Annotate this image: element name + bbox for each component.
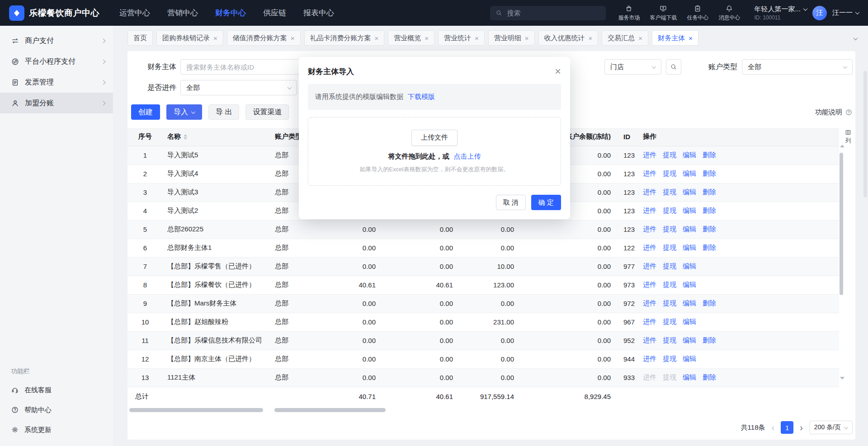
- action-link[interactable]: 提现: [663, 244, 676, 251]
- export-button[interactable]: 导 出: [208, 104, 239, 120]
- action-link[interactable]: 进件: [643, 355, 656, 362]
- action-link[interactable]: 删除: [703, 188, 716, 196]
- action-link[interactable]: 进件: [643, 299, 656, 307]
- action-link[interactable]: 删除: [703, 244, 716, 251]
- quick-link[interactable]: 服务市场: [613, 5, 645, 22]
- action-link[interactable]: 编辑: [683, 281, 696, 288]
- action-link[interactable]: 编辑: [683, 225, 696, 233]
- upload-file-button[interactable]: 上传文件: [411, 130, 458, 146]
- table-vertical-scrollbar[interactable]: [840, 153, 843, 295]
- account-type-select[interactable]: 全部: [742, 59, 853, 75]
- action-link[interactable]: 编辑: [683, 336, 696, 344]
- next-page-button[interactable]: ›: [799, 423, 804, 432]
- action-link[interactable]: 进件: [643, 188, 656, 196]
- page-size-select[interactable]: 200 条/页: [809, 421, 853, 434]
- action-link[interactable]: 编辑: [683, 318, 696, 325]
- action-link[interactable]: 提现: [663, 188, 676, 196]
- user-menu[interactable]: 汪一一: [832, 9, 859, 17]
- action-link[interactable]: 进件: [643, 225, 656, 233]
- prev-page-button[interactable]: ‹: [771, 423, 776, 432]
- action-link[interactable]: 提现: [663, 318, 676, 325]
- import-button[interactable]: 导入: [166, 104, 202, 120]
- top-menu-item[interactable]: 财务中心: [215, 8, 246, 18]
- quick-link[interactable]: 任务中心: [682, 5, 713, 22]
- action-link[interactable]: 编辑: [683, 188, 696, 196]
- action-link[interactable]: 删除: [703, 225, 716, 233]
- tabs-collapse-button[interactable]: [853, 32, 858, 44]
- table-horizontal-scrollbar-right[interactable]: [274, 408, 386, 412]
- table-scroll-up-button[interactable]: [840, 145, 844, 147]
- feature-help-link[interactable]: 功能说明: [815, 108, 853, 117]
- close-icon[interactable]: ×: [213, 35, 217, 42]
- action-link[interactable]: 删除: [703, 336, 716, 344]
- store-switcher[interactable]: 年轻人第一家... ID: 100011: [754, 5, 807, 21]
- action-link[interactable]: 删除: [703, 151, 716, 159]
- action-link[interactable]: 编辑: [683, 151, 696, 159]
- close-icon[interactable]: ×: [589, 35, 593, 42]
- sidebar-item[interactable]: 发票管理: [0, 72, 113, 93]
- action-link[interactable]: 提现: [663, 225, 676, 233]
- tab[interactable]: 收入优惠统计×: [538, 30, 599, 46]
- close-icon[interactable]: ×: [375, 35, 379, 42]
- close-icon[interactable]: ×: [689, 35, 693, 42]
- create-button[interactable]: 创建: [131, 104, 160, 120]
- action-link[interactable]: 编辑: [683, 355, 696, 362]
- sidebar-item[interactable]: 商户支付: [0, 30, 113, 51]
- navbar-search-input[interactable]: [506, 9, 600, 17]
- action-link[interactable]: 提现: [663, 373, 676, 381]
- cancel-button[interactable]: 取 消: [496, 195, 526, 210]
- tab[interactable]: 团购券核销记录×: [156, 30, 223, 46]
- action-link[interactable]: 提现: [663, 169, 676, 177]
- quick-link[interactable]: 消息中心: [713, 5, 745, 22]
- quick-link[interactable]: 客户端下载: [645, 5, 682, 22]
- page-scrollbar[interactable]: [863, 71, 867, 197]
- action-link[interactable]: 进件: [643, 373, 656, 381]
- page-number-button[interactable]: 1: [781, 421, 793, 434]
- action-link[interactable]: 删除: [703, 373, 716, 381]
- sidebar-footer-item[interactable]: 系统更新: [0, 420, 113, 440]
- close-icon[interactable]: ×: [291, 35, 295, 42]
- action-link[interactable]: 编辑: [683, 244, 696, 251]
- table-horizontal-scrollbar-left[interactable]: [129, 408, 263, 412]
- tab[interactable]: 首页: [127, 30, 153, 46]
- action-link[interactable]: 编辑: [683, 299, 696, 307]
- action-link[interactable]: 进件: [643, 281, 656, 288]
- tab[interactable]: 营业统计×: [438, 30, 485, 46]
- action-link[interactable]: 进件: [643, 169, 656, 177]
- action-link[interactable]: 进件: [643, 336, 656, 344]
- close-icon[interactable]: ×: [475, 35, 479, 42]
- column-settings-button[interactable]: 列: [844, 129, 852, 145]
- close-icon[interactable]: ×: [525, 35, 529, 42]
- tab[interactable]: 财务主体×: [652, 30, 698, 46]
- action-link[interactable]: 提现: [663, 151, 676, 159]
- tab[interactable]: 营业概览×: [388, 30, 434, 46]
- sidebar-footer-item[interactable]: 在线客服: [0, 380, 113, 400]
- set-channel-button[interactable]: 设置渠道: [245, 104, 289, 120]
- store-select[interactable]: 门店: [604, 59, 661, 75]
- download-template-link[interactable]: 下载模版: [408, 93, 435, 101]
- action-link[interactable]: 提现: [663, 355, 676, 362]
- table-scroll-down-button[interactable]: [840, 377, 844, 380]
- top-menu-item[interactable]: 供应链: [263, 8, 286, 18]
- tab[interactable]: 储值消费分账方案×: [227, 30, 301, 46]
- action-link[interactable]: 提现: [663, 336, 676, 344]
- filing-select[interactable]: 全部: [180, 80, 297, 95]
- tab[interactable]: 礼品卡消费分账方案×: [304, 30, 385, 46]
- navbar-search[interactable]: [490, 6, 606, 20]
- avatar[interactable]: 汪: [812, 6, 827, 20]
- tab[interactable]: 营业明细×: [488, 30, 535, 46]
- sidebar-item[interactable]: 加盟分账: [0, 93, 113, 113]
- action-link[interactable]: 进件: [643, 262, 656, 270]
- action-link[interactable]: 进件: [643, 151, 656, 159]
- click-upload-link[interactable]: 点击上传: [454, 152, 481, 160]
- action-link[interactable]: 提现: [663, 262, 676, 270]
- top-menu-item[interactable]: 报表中心: [303, 8, 334, 18]
- action-link[interactable]: 进件: [643, 207, 656, 214]
- action-link[interactable]: 进件: [643, 318, 656, 325]
- top-menu-item[interactable]: 运营中心: [119, 8, 150, 18]
- action-link[interactable]: 进件: [643, 244, 656, 251]
- action-link[interactable]: 编辑: [683, 207, 696, 214]
- store-search-button[interactable]: [666, 59, 681, 75]
- sidebar-item[interactable]: 平台小程序支付: [0, 51, 113, 72]
- close-icon[interactable]: ×: [425, 35, 429, 42]
